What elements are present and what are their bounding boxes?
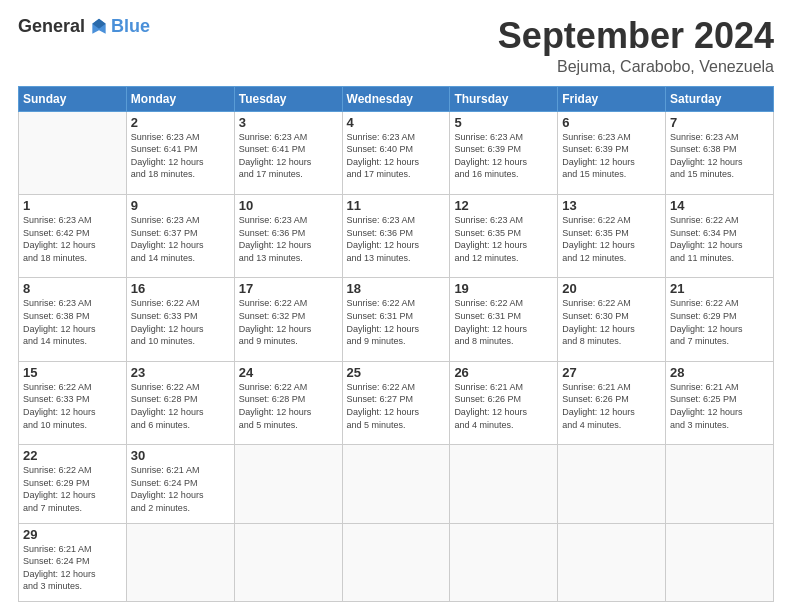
logo-icon [89, 17, 109, 37]
table-row: 29Sunrise: 6:21 AM Sunset: 6:24 PM Dayli… [19, 523, 127, 601]
table-row: 5Sunrise: 6:23 AM Sunset: 6:39 PM Daylig… [450, 111, 558, 194]
day-info: Sunrise: 6:22 AM Sunset: 6:34 PM Dayligh… [670, 214, 769, 264]
day-number: 1 [23, 198, 122, 213]
table-row: 26Sunrise: 6:21 AM Sunset: 6:26 PM Dayli… [450, 361, 558, 444]
day-info: Sunrise: 6:23 AM Sunset: 6:39 PM Dayligh… [562, 131, 661, 181]
table-row: 3Sunrise: 6:23 AM Sunset: 6:41 PM Daylig… [234, 111, 342, 194]
header: General Blue September 2024 Bejuma, Cara… [18, 16, 774, 76]
day-number: 5 [454, 115, 553, 130]
day-info: Sunrise: 6:22 AM Sunset: 6:27 PM Dayligh… [347, 381, 446, 431]
table-row [342, 523, 450, 601]
table-row: 17Sunrise: 6:22 AM Sunset: 6:32 PM Dayli… [234, 278, 342, 361]
day-number: 8 [23, 281, 122, 296]
day-number: 23 [131, 365, 230, 380]
day-number: 9 [131, 198, 230, 213]
table-row: 10Sunrise: 6:23 AM Sunset: 6:36 PM Dayli… [234, 194, 342, 277]
day-info: Sunrise: 6:22 AM Sunset: 6:29 PM Dayligh… [670, 297, 769, 347]
day-number: 29 [23, 527, 122, 542]
header-thursday: Thursday [450, 86, 558, 111]
day-info: Sunrise: 6:22 AM Sunset: 6:28 PM Dayligh… [131, 381, 230, 431]
day-info: Sunrise: 6:23 AM Sunset: 6:36 PM Dayligh… [239, 214, 338, 264]
header-saturday: Saturday [666, 86, 774, 111]
day-info: Sunrise: 6:23 AM Sunset: 6:38 PM Dayligh… [670, 131, 769, 181]
table-row: 8Sunrise: 6:23 AM Sunset: 6:38 PM Daylig… [19, 278, 127, 361]
day-number: 17 [239, 281, 338, 296]
table-row [666, 523, 774, 601]
day-number: 11 [347, 198, 446, 213]
table-row [666, 445, 774, 523]
table-row [450, 445, 558, 523]
day-info: Sunrise: 6:22 AM Sunset: 6:33 PM Dayligh… [131, 297, 230, 347]
day-number: 20 [562, 281, 661, 296]
day-info: Sunrise: 6:22 AM Sunset: 6:28 PM Dayligh… [239, 381, 338, 431]
table-row: 12Sunrise: 6:23 AM Sunset: 6:35 PM Dayli… [450, 194, 558, 277]
table-row: 20Sunrise: 6:22 AM Sunset: 6:30 PM Dayli… [558, 278, 666, 361]
table-row: 13Sunrise: 6:22 AM Sunset: 6:35 PM Dayli… [558, 194, 666, 277]
table-row: 14Sunrise: 6:22 AM Sunset: 6:34 PM Dayli… [666, 194, 774, 277]
day-info: Sunrise: 6:23 AM Sunset: 6:36 PM Dayligh… [347, 214, 446, 264]
day-info: Sunrise: 6:23 AM Sunset: 6:35 PM Dayligh… [454, 214, 553, 264]
table-row: 19Sunrise: 6:22 AM Sunset: 6:31 PM Dayli… [450, 278, 558, 361]
calendar-header-row: Sunday Monday Tuesday Wednesday Thursday… [19, 86, 774, 111]
day-info: Sunrise: 6:21 AM Sunset: 6:26 PM Dayligh… [562, 381, 661, 431]
table-row [126, 523, 234, 601]
table-row: 27Sunrise: 6:21 AM Sunset: 6:26 PM Dayli… [558, 361, 666, 444]
table-row: 21Sunrise: 6:22 AM Sunset: 6:29 PM Dayli… [666, 278, 774, 361]
table-row [234, 523, 342, 601]
day-number: 30 [131, 448, 230, 463]
day-number: 4 [347, 115, 446, 130]
day-info: Sunrise: 6:23 AM Sunset: 6:39 PM Dayligh… [454, 131, 553, 181]
table-row: 6Sunrise: 6:23 AM Sunset: 6:39 PM Daylig… [558, 111, 666, 194]
day-info: Sunrise: 6:23 AM Sunset: 6:41 PM Dayligh… [239, 131, 338, 181]
day-info: Sunrise: 6:22 AM Sunset: 6:29 PM Dayligh… [23, 464, 122, 514]
table-row: 16Sunrise: 6:22 AM Sunset: 6:33 PM Dayli… [126, 278, 234, 361]
day-number: 2 [131, 115, 230, 130]
day-number: 27 [562, 365, 661, 380]
day-info: Sunrise: 6:23 AM Sunset: 6:37 PM Dayligh… [131, 214, 230, 264]
table-row: 24Sunrise: 6:22 AM Sunset: 6:28 PM Dayli… [234, 361, 342, 444]
logo: General Blue [18, 16, 150, 37]
table-row: 25Sunrise: 6:22 AM Sunset: 6:27 PM Dayli… [342, 361, 450, 444]
day-info: Sunrise: 6:21 AM Sunset: 6:24 PM Dayligh… [23, 543, 122, 593]
day-info: Sunrise: 6:22 AM Sunset: 6:31 PM Dayligh… [454, 297, 553, 347]
table-row: 4Sunrise: 6:23 AM Sunset: 6:40 PM Daylig… [342, 111, 450, 194]
table-row [342, 445, 450, 523]
header-monday: Monday [126, 86, 234, 111]
table-row: 18Sunrise: 6:22 AM Sunset: 6:31 PM Dayli… [342, 278, 450, 361]
table-row: 30Sunrise: 6:21 AM Sunset: 6:24 PM Dayli… [126, 445, 234, 523]
table-row: 22Sunrise: 6:22 AM Sunset: 6:29 PM Dayli… [19, 445, 127, 523]
day-info: Sunrise: 6:22 AM Sunset: 6:32 PM Dayligh… [239, 297, 338, 347]
day-info: Sunrise: 6:23 AM Sunset: 6:38 PM Dayligh… [23, 297, 122, 347]
day-info: Sunrise: 6:21 AM Sunset: 6:25 PM Dayligh… [670, 381, 769, 431]
day-info: Sunrise: 6:22 AM Sunset: 6:31 PM Dayligh… [347, 297, 446, 347]
day-number: 26 [454, 365, 553, 380]
day-info: Sunrise: 6:22 AM Sunset: 6:30 PM Dayligh… [562, 297, 661, 347]
header-tuesday: Tuesday [234, 86, 342, 111]
day-number: 7 [670, 115, 769, 130]
table-row: 23Sunrise: 6:22 AM Sunset: 6:28 PM Dayli… [126, 361, 234, 444]
day-info: Sunrise: 6:23 AM Sunset: 6:41 PM Dayligh… [131, 131, 230, 181]
day-info: Sunrise: 6:23 AM Sunset: 6:42 PM Dayligh… [23, 214, 122, 264]
day-number: 22 [23, 448, 122, 463]
day-number: 3 [239, 115, 338, 130]
table-row: 28Sunrise: 6:21 AM Sunset: 6:25 PM Dayli… [666, 361, 774, 444]
day-number: 16 [131, 281, 230, 296]
table-row: 15Sunrise: 6:22 AM Sunset: 6:33 PM Dayli… [19, 361, 127, 444]
day-number: 28 [670, 365, 769, 380]
day-number: 6 [562, 115, 661, 130]
logo-general-text: General [18, 16, 85, 37]
month-title: September 2024 [498, 16, 774, 56]
day-number: 18 [347, 281, 446, 296]
header-friday: Friday [558, 86, 666, 111]
logo-blue-text: Blue [111, 16, 150, 37]
day-info: Sunrise: 6:21 AM Sunset: 6:24 PM Dayligh… [131, 464, 230, 514]
day-info: Sunrise: 6:21 AM Sunset: 6:26 PM Dayligh… [454, 381, 553, 431]
page: General Blue September 2024 Bejuma, Cara… [0, 0, 792, 612]
day-number: 19 [454, 281, 553, 296]
day-info: Sunrise: 6:22 AM Sunset: 6:33 PM Dayligh… [23, 381, 122, 431]
day-info: Sunrise: 6:22 AM Sunset: 6:35 PM Dayligh… [562, 214, 661, 264]
table-row: 2Sunrise: 6:23 AM Sunset: 6:41 PM Daylig… [126, 111, 234, 194]
table-row [558, 523, 666, 601]
header-wednesday: Wednesday [342, 86, 450, 111]
day-number: 15 [23, 365, 122, 380]
